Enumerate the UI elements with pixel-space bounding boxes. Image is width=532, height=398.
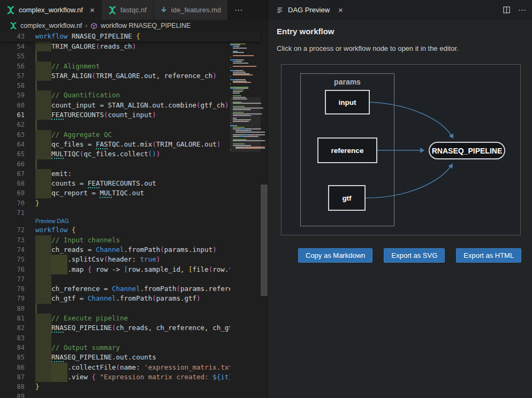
breadcrumb-separator: › xyxy=(85,22,87,29)
code-line-54[interactable]: 54TRIM_GALORE(reads_ch) xyxy=(0,42,230,51)
editor-tabbar: complex_workflow.nf × fastqc.nf ide_feat… xyxy=(0,0,268,20)
code-line-71[interactable]: 71 xyxy=(0,208,230,218)
dag-node-gtf[interactable]: gtf xyxy=(328,185,366,211)
dag-node-input[interactable]: input xyxy=(325,90,370,114)
code-line-72[interactable]: 72workflow { xyxy=(0,225,230,235)
code-line-85[interactable]: 85RNASEQ_PIPELINE.out.counts xyxy=(0,353,230,362)
code-line-87[interactable]: 87.view { "Expression matrix created: ${… xyxy=(0,372,230,382)
tab-label: complex_workflow.nf xyxy=(19,6,83,14)
dag-node-rnaseq-pipeline[interactable]: RNASEQ_PIPELINE xyxy=(429,142,505,159)
line-number: 55 xyxy=(0,51,25,61)
line-number: 80 xyxy=(0,304,25,313)
line-number: 71 xyxy=(0,208,25,218)
panel-body: Entry workflow Click on a process or wor… xyxy=(268,20,532,398)
panel-tabbar: DAG Preview × ⋯ xyxy=(268,0,532,20)
code-line-59[interactable]: 59// Quantification xyxy=(0,90,230,100)
tab-ide-features[interactable]: ide_features.md xyxy=(154,0,228,20)
split-editor-icon[interactable] xyxy=(503,6,511,14)
minimap-slider[interactable] xyxy=(230,97,261,152)
code-line-89[interactable]: 89 xyxy=(0,392,230,398)
nextflow-icon xyxy=(10,22,17,29)
line-number: 65 xyxy=(0,149,25,159)
code-line-81[interactable]: 81// Execute pipeline xyxy=(0,313,230,323)
nextflow-icon xyxy=(6,6,15,14)
breadcrumb: complex_workflow.nf › workflow RNASEQ_PI… xyxy=(0,20,268,32)
code-line-77[interactable]: 77 xyxy=(0,274,230,284)
code-line-82[interactable]: 82RNASEQ_PIPELINE(ch_reads, ch_reference… xyxy=(0,323,230,333)
code-line-57[interactable]: 57STAR_ALIGN(TRIM_GALORE.out, reference_… xyxy=(0,71,230,81)
line-number: 72 xyxy=(0,225,25,235)
code-line-56[interactable]: 56// Alignment xyxy=(0,62,230,71)
line-number: 60 xyxy=(0,101,25,110)
code-line-58[interactable]: 58 xyxy=(0,81,230,90)
breadcrumb-symbol[interactable]: workflow RNASEQ_PIPELINE xyxy=(101,22,191,29)
export-as-svg-button[interactable]: Export as SVG xyxy=(384,248,445,263)
code-line-73[interactable]: 73// Input channels xyxy=(0,235,230,245)
code-line-88[interactable]: 88} xyxy=(0,382,230,392)
code-line-83[interactable]: 83 xyxy=(0,333,230,343)
line-number: 77 xyxy=(0,274,25,284)
code-line-60[interactable]: 60count_input = STAR_ALIGN.out.combine(g… xyxy=(0,101,230,110)
line-number: 63 xyxy=(0,130,25,140)
code-line-78[interactable]: 78ch_reference = Channel.fromPath(params… xyxy=(0,284,230,294)
line-number: 67 xyxy=(0,169,25,179)
line-number: 75 xyxy=(0,255,25,264)
code-line-66[interactable]: 66 xyxy=(0,159,230,169)
code-line-74[interactable]: 74ch_reads = Channel.fromPath(params.inp… xyxy=(0,245,230,255)
tab-dag-preview[interactable]: DAG Preview × xyxy=(277,5,343,14)
symbol-namespace-icon xyxy=(90,22,97,29)
dag-canvas: params input reference gtf RNASEQ_PIPELI… xyxy=(281,64,521,235)
code-line-68[interactable]: 68counts = FEATURECOUNTS.out xyxy=(0,179,230,188)
export-button-row: Copy as Markdown Export as SVG Export as… xyxy=(298,248,521,263)
tab-overflow-button[interactable]: ⋯ xyxy=(228,0,249,20)
code-line-80[interactable]: 80 xyxy=(0,304,230,313)
cluster-label: params xyxy=(301,78,394,86)
line-number: 86 xyxy=(0,363,25,372)
code-line-63[interactable]: 63// Aggregate QC xyxy=(0,130,230,140)
vertical-scrollbar[interactable] xyxy=(261,185,268,296)
code-line-55[interactable]: 55 xyxy=(0,51,230,61)
tab-label: fastqc.nf xyxy=(120,6,147,14)
tab-complex-workflow[interactable]: complex_workflow.nf × xyxy=(0,0,102,20)
code-line-70[interactable]: 70} xyxy=(0,198,230,208)
copy-as-markdown-button[interactable]: Copy as Markdown xyxy=(298,248,373,263)
code-line-76[interactable]: 76.map { row -> [row.sample_id, [file(ro… xyxy=(0,265,230,274)
line-number: 64 xyxy=(0,140,25,149)
code-line-69[interactable]: 69qc_report = MULTIQC.out xyxy=(0,188,230,198)
close-icon[interactable]: × xyxy=(338,5,343,14)
dag-preview-panel: DAG Preview × ⋯ Entry workflow Click on … xyxy=(268,0,532,398)
line-number: 78 xyxy=(0,284,25,294)
codelens-preview-dag-link[interactable]: Preview DAG xyxy=(35,218,69,225)
code-line-75[interactable]: 75.splitCsv(header: true) xyxy=(0,255,230,264)
code-line-65[interactable]: 65MULTIQC(qc_files.collect()) xyxy=(0,149,230,159)
code-lines: 54TRIM_GALORE(reads_ch)5556// Alignment5… xyxy=(0,42,230,398)
line-number: 76 xyxy=(0,265,25,274)
line-number: 66 xyxy=(0,159,25,169)
code-line-61[interactable]: 61FEATURECOUNTS(count_input) xyxy=(0,110,230,120)
code-line-64[interactable]: 64qc_files = FASTQC.out.mix(TRIM_GALORE.… xyxy=(0,140,230,149)
close-icon[interactable]: × xyxy=(90,5,95,14)
breadcrumb-file[interactable]: complex_workflow.nf xyxy=(20,22,82,29)
more-actions-icon[interactable]: ⋯ xyxy=(518,5,527,15)
code-line-84[interactable]: 84// Output summary xyxy=(0,343,230,353)
code-line-79[interactable]: 79ch_gtf = Channel.fromPath(params.gtf) xyxy=(0,294,230,303)
code-line-86[interactable]: 86.collectFile(name: 'expression_matrix.… xyxy=(0,363,230,372)
line-number: 89 xyxy=(0,392,25,398)
sticky-scroll-line[interactable]: 43workflow RNASEQ_PIPELINE { xyxy=(0,32,261,42)
line-number: 62 xyxy=(0,120,25,129)
codelens-row: Preview DAG xyxy=(0,218,230,225)
export-as-html-button[interactable]: Export as HTML xyxy=(456,248,521,263)
line-number: 43 xyxy=(0,32,25,41)
line-number: 54 xyxy=(0,42,25,51)
dag-node-reference[interactable]: reference xyxy=(317,137,377,163)
line-number: 68 xyxy=(0,179,25,188)
line-number: 59 xyxy=(0,90,25,100)
code-line-67[interactable]: 67emit: xyxy=(0,169,230,179)
code-editor[interactable]: 43workflow RNASEQ_PIPELINE { 54TRIM_GALO… xyxy=(0,32,268,398)
tab-fastqc[interactable]: fastqc.nf xyxy=(102,0,154,20)
code-line-43[interactable]: 43workflow RNASEQ_PIPELINE { xyxy=(0,32,140,41)
code-line-62[interactable]: 62 xyxy=(0,120,230,129)
line-number: 88 xyxy=(0,382,25,392)
nextflow-icon xyxy=(108,6,117,14)
line-number: 56 xyxy=(0,62,25,71)
